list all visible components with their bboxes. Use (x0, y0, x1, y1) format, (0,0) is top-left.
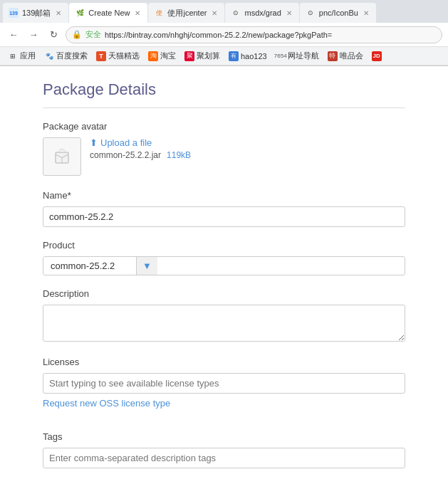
tab-label-github-msdx: msdx/grad (244, 9, 281, 17)
apps-icon: ⊞ (8, 51, 18, 61)
product-label: Product (43, 240, 405, 251)
bookmark-nav7654-label: 网址导航 (288, 51, 319, 61)
bookmarks-bar: ⊞ 应用 🐾 百度搜索 T 天猫精选 淘 淘宝 聚 聚划算 有 hao123 7… (0, 47, 448, 65)
tab-close-pnc[interactable]: ✕ (362, 9, 370, 17)
tags-label: Tags (43, 431, 405, 442)
back-button[interactable]: ← (6, 27, 21, 43)
tags-section: Tags (43, 431, 405, 468)
refresh-button[interactable]: ↻ (46, 27, 61, 43)
tmall-icon: T (96, 51, 106, 61)
page-title: Package Details (43, 80, 405, 99)
tab-close-create[interactable]: ✕ (133, 9, 142, 17)
tab-jcenter[interactable]: 使 使用jcenter ✕ (148, 3, 224, 23)
hao-icon: 有 (229, 51, 239, 61)
file-name: common-25.2.2.jar (90, 150, 161, 160)
tab-favicon-github-msdx: ⊙ (231, 8, 241, 18)
product-section: Product common-25.2.2 ▼ (43, 240, 405, 275)
tab-create[interactable]: 🌿 Create New ✕ (69, 3, 147, 23)
tab-favicon-create: 🌿 (75, 8, 85, 18)
avatar-row: ⬆ Upload a file common-25.2.2.jar 119kB (43, 137, 405, 176)
upload-label[interactable]: Upload a file (100, 137, 152, 148)
baidu-icon: 🐾 (44, 51, 54, 61)
bookmark-jd[interactable]: JD (370, 51, 384, 61)
name-label-text: Name (43, 190, 68, 201)
tab-github-msdx[interactable]: ⊙ msdx/grad ✕ (225, 3, 298, 23)
bookmark-nav7654[interactable]: 7654 网址导航 (274, 51, 321, 61)
tab-label-pnc: pnc/IconBu (319, 9, 358, 17)
tab-favicon-pnc: ⊙ (306, 8, 316, 18)
bookmark-apps[interactable]: ⊞ 应用 (6, 51, 38, 61)
licenses-label: Licenses (43, 357, 405, 367)
avatar-section: Package avatar ⬆ Upload a file common-25… (43, 121, 405, 176)
taobao-icon: 淘 (148, 51, 158, 61)
bookmark-hao123[interactable]: 有 hao123 (226, 51, 269, 61)
package-icon (51, 146, 73, 167)
tab-close-139[interactable]: ✕ (54, 9, 63, 17)
browser-chrome: 139 139邮箱 ✕ 🌿 Create New ✕ 使 使用jcenter ✕… (0, 0, 448, 66)
file-info: common-25.2.2.jar 119kB (90, 150, 191, 160)
upload-link[interactable]: ⬆ Upload a file (90, 137, 191, 148)
tab-label-139: 139邮箱 (22, 8, 51, 19)
bookmark-taobao[interactable]: 淘 淘宝 (146, 51, 178, 61)
tab-label-create: Create New (88, 9, 130, 17)
tab-favicon-jcenter: 使 (154, 8, 164, 18)
lock-icon: 🔒 (72, 30, 82, 39)
tab-bar: 139 139邮箱 ✕ 🌿 Create New ✕ 使 使用jcenter ✕… (0, 0, 448, 23)
description-section: Description (43, 288, 405, 344)
licenses-input[interactable] (43, 373, 405, 394)
bookmark-apps-label: 应用 (20, 51, 36, 61)
tab-label-jcenter: 使用jcenter (167, 8, 207, 19)
tab-close-jcenter[interactable]: ✕ (210, 9, 219, 17)
bookmark-hao123-label: hao123 (241, 52, 267, 60)
bookmark-taobao-label: 淘宝 (160, 51, 176, 61)
section-divider (43, 107, 405, 108)
bookmark-baidu-label: 百度搜索 (56, 51, 88, 61)
description-input[interactable] (43, 305, 405, 342)
security-label: 安全 (85, 29, 101, 40)
bookmark-tmall[interactable]: T 天猫精选 (94, 51, 142, 61)
forward-button[interactable]: → (26, 27, 41, 43)
nav-bar: ← → ↻ 🔒 安全 https://bintray.com/nhghj/com… (0, 23, 448, 47)
tab-pnc[interactable]: ⊙ pnc/IconBu ✕ (300, 3, 376, 23)
name-input[interactable] (43, 206, 405, 227)
bookmark-jusuansuan-label: 聚划算 (197, 51, 220, 61)
nav7654-icon: 7654 (276, 51, 286, 61)
tags-input[interactable] (43, 448, 405, 468)
address-bar[interactable]: 🔒 安全 https://bintray.com/nhghj/common-25… (66, 26, 442, 43)
name-label: Name* (43, 190, 405, 201)
tab-139[interactable]: 139 139邮箱 ✕ (3, 3, 68, 23)
bookmark-jusuansuan[interactable]: 聚 聚划算 (182, 51, 222, 61)
url-display[interactable]: https://bintray.com/nhghj/common-25.2.2/… (105, 31, 436, 39)
product-value: common-25.2.2 (43, 257, 136, 275)
bookmark-tmall-label: 天猫精选 (108, 51, 140, 61)
licenses-section: Licenses Request new OSS license type (43, 357, 405, 419)
required-asterisk: * (68, 190, 71, 201)
oss-link[interactable]: Request new OSS license type (43, 398, 170, 409)
product-chevron-icon[interactable]: ▼ (136, 257, 157, 275)
bookmark-vip-label: 唯品会 (340, 51, 363, 61)
vip-icon: 特 (328, 51, 338, 61)
upload-icon: ⬆ (90, 137, 98, 148)
product-dropdown[interactable]: common-25.2.2 ▼ (43, 256, 405, 275)
jusuansuan-icon: 聚 (184, 51, 194, 61)
page-content: Package Details Package avatar ⬆ Upload … (0, 66, 448, 484)
upload-section: ⬆ Upload a file common-25.2.2.jar 119kB (90, 137, 191, 160)
file-size: 119kB (167, 150, 191, 160)
bookmark-vip[interactable]: 特 唯品会 (325, 51, 365, 61)
avatar-preview (43, 137, 81, 176)
bookmark-baidu[interactable]: 🐾 百度搜索 (42, 51, 90, 61)
avatar-label: Package avatar (43, 121, 405, 132)
name-section: Name* (43, 190, 405, 227)
jd-icon: JD (372, 51, 382, 61)
tab-favicon-139: 139 (9, 8, 19, 18)
description-label: Description (43, 288, 405, 299)
tab-close-github-msdx[interactable]: ✕ (285, 9, 293, 17)
